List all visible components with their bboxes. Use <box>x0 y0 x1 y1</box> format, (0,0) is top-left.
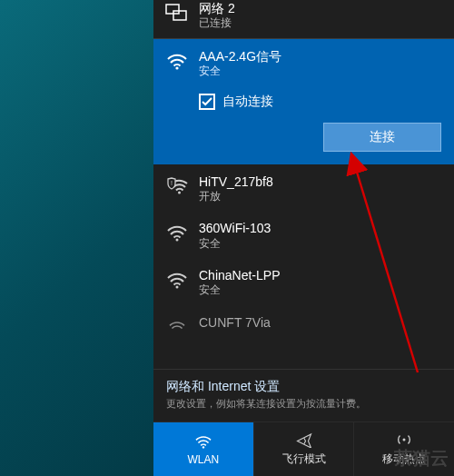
ethernet-icon <box>164 0 190 25</box>
hotspot-toggle[interactable]: 移动热点 <box>354 422 454 476</box>
wifi-shield-icon: ! <box>164 174 190 199</box>
connect-button[interactable]: 连接 <box>323 123 441 152</box>
svg-rect-0 <box>166 5 179 14</box>
airplane-label: 飞行模式 <box>282 451 326 467</box>
network-item[interactable]: ChinaNet-LPP 安全 <box>153 258 454 305</box>
wifi-secure-icon <box>164 220 190 245</box>
network-item[interactable]: ! HiTV_217bf8 开放 <box>153 164 454 212</box>
network-status: 安全 <box>199 283 281 298</box>
network-item-selected[interactable]: AAA-2.4G信号 安全 自动连接 连接 <box>153 39 454 164</box>
network-item-ethernet[interactable]: 网络 2 已连接 <box>153 0 454 38</box>
network-name: ChinaNet-LPP <box>199 267 281 283</box>
network-name: 360WiFi-103 <box>199 220 271 236</box>
quick-actions-bar: WLAN 飞行模式 移动热点 <box>153 421 454 476</box>
network-item[interactable]: 360WiFi-103 安全 <box>153 211 454 258</box>
wifi-icon <box>164 48 190 74</box>
hotspot-icon <box>395 431 413 448</box>
network-status: 已连接 <box>199 16 235 31</box>
wlan-label: WLAN <box>188 453 220 466</box>
svg-point-7 <box>202 446 204 448</box>
network-name: 网络 2 <box>199 0 235 16</box>
network-status: 开放 <box>199 190 273 204</box>
auto-connect-row[interactable]: 自动连接 <box>153 86 454 119</box>
svg-rect-1 <box>173 11 186 20</box>
airplane-icon <box>295 431 313 448</box>
settings-title: 网络和 Internet 设置 <box>166 379 441 395</box>
network-flyout-panel: 网络 2 已连接 AAA-2.4G信号 安全 <box>153 0 454 476</box>
network-name: CUNFT 7Via <box>199 314 271 331</box>
network-settings-link[interactable]: 网络和 Internet 设置 更改设置，例如将某连接设置为按流量计费。 <box>153 369 454 421</box>
svg-point-6 <box>176 286 179 289</box>
auto-connect-label: 自动连接 <box>222 94 273 110</box>
svg-point-5 <box>176 239 179 242</box>
network-name: AAA-2.4G信号 <box>199 48 281 64</box>
settings-subtitle: 更改设置，例如将某连接设置为按流量计费。 <box>166 397 441 411</box>
hotspot-label: 移动热点 <box>382 451 426 467</box>
svg-text:!: ! <box>171 180 173 186</box>
wifi-secure-icon <box>164 267 190 293</box>
wifi-icon <box>164 314 190 340</box>
connect-button-label: 连接 <box>370 129 395 145</box>
network-item[interactable]: CUNFT 7Via <box>153 305 454 340</box>
network-name: HiTV_217bf8 <box>199 174 273 190</box>
wifi-icon <box>194 433 212 450</box>
network-status: 安全 <box>199 237 271 252</box>
network-list: 网络 2 已连接 AAA-2.4G信号 安全 <box>153 0 454 369</box>
airplane-mode-toggle[interactable]: 飞行模式 <box>254 422 355 476</box>
wlan-toggle[interactable]: WLAN <box>153 422 254 476</box>
svg-point-2 <box>175 66 178 69</box>
svg-point-8 <box>403 439 406 441</box>
auto-connect-checkbox[interactable] <box>199 94 215 110</box>
svg-point-3 <box>178 191 181 193</box>
network-status: 安全 <box>199 64 281 79</box>
